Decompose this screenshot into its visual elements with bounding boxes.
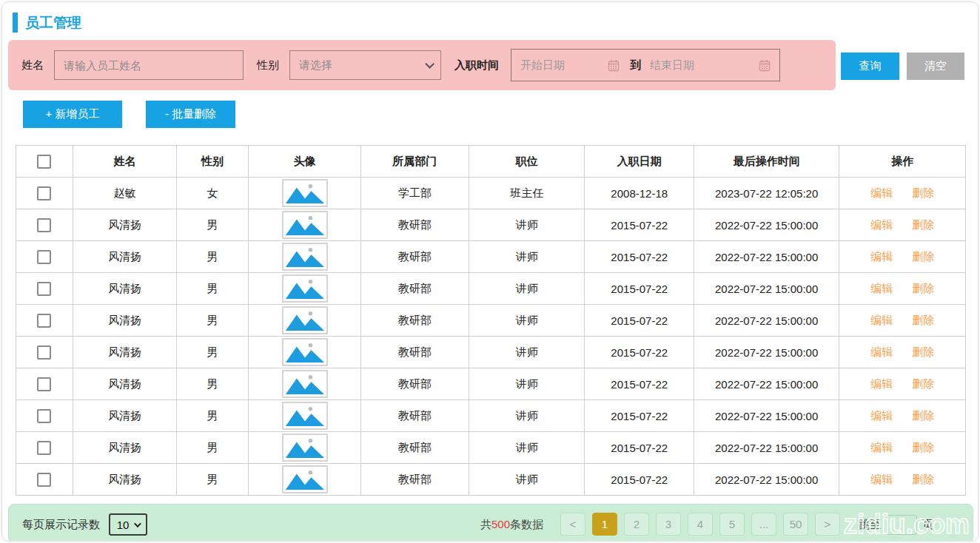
page-title: 员工管理 [25, 13, 81, 33]
cell-position: 讲师 [469, 209, 585, 241]
delete-link[interactable]: 删除 [912, 218, 934, 231]
column-header: 所属部门 [360, 146, 469, 178]
ellipsis-page-button[interactable]: ... [751, 513, 776, 536]
edit-link[interactable]: 编辑 [870, 377, 893, 390]
edit-link[interactable]: 编辑 [870, 473, 893, 485]
cell-last-op-time: 2022-07-22 15:00:00 [694, 241, 839, 273]
delete-link[interactable]: 删除 [912, 282, 934, 294]
end-date-placeholder: 结束日期 [650, 58, 694, 72]
table-row: 风清扬 男 教研部 讲师 2015-07-22 2022-07-22 15:00… [16, 241, 966, 273]
delete-link[interactable]: 删除 [912, 345, 934, 358]
row-checkbox[interactable] [37, 345, 51, 360]
page-button-50[interactable]: 50 [783, 513, 808, 536]
hire-date-label: 入职时间 [454, 58, 499, 72]
cell-last-op-time: 2022-07-22 15:00:00 [694, 337, 839, 368]
avatar-image [282, 465, 328, 493]
row-checkbox[interactable] [37, 282, 51, 296]
jump-page-input[interactable] [886, 515, 917, 535]
delete-link[interactable]: 删除 [912, 377, 934, 390]
cell-employee-name: 风清扬 [73, 305, 176, 337]
cell-hire-date: 2015-07-22 [585, 432, 694, 464]
row-checkbox[interactable] [37, 377, 51, 391]
row-checkbox[interactable] [37, 218, 51, 232]
table-row: 风清扬 男 教研部 讲师 2015-07-22 2022-07-22 15:00… [16, 432, 966, 464]
edit-link[interactable]: 编辑 [870, 186, 893, 199]
cell-position: 讲师 [469, 305, 585, 337]
row-checkbox[interactable] [37, 250, 51, 264]
row-checkbox[interactable] [37, 186, 51, 200]
delete-link[interactable]: 删除 [912, 314, 934, 326]
image-placeholder-icon [285, 309, 325, 331]
edit-link[interactable]: 编辑 [870, 345, 893, 358]
edit-link[interactable]: 编辑 [870, 441, 893, 453]
cell-gender: 男 [176, 464, 249, 496]
image-placeholder-icon [285, 246, 325, 268]
delete-link[interactable]: 删除 [912, 250, 934, 263]
hire-date-range-picker[interactable]: 开始日期 到 结束日期 [511, 49, 780, 81]
cell-department: 教研部 [360, 400, 469, 432]
cell-department: 教研部 [360, 432, 469, 464]
image-placeholder-icon [285, 405, 325, 427]
delete-link[interactable]: 删除 [912, 409, 934, 422]
gender-select[interactable]: 请选择 [289, 50, 441, 80]
total-count: 500 [491, 518, 510, 530]
cell-employee-name: 风清扬 [73, 464, 176, 496]
next-page-button[interactable]: > [815, 513, 840, 536]
avatar-image [282, 243, 328, 271]
page-button-2[interactable]: 2 [624, 513, 649, 536]
add-employee-button[interactable]: + 新增员工 [23, 101, 122, 128]
row-checkbox[interactable] [37, 473, 51, 487]
cell-hire-date: 2015-07-22 [585, 368, 694, 400]
column-header: 头像 [249, 146, 360, 178]
select-all-checkbox[interactable] [37, 155, 51, 169]
prev-page-button[interactable]: < [560, 513, 585, 536]
cell-department: 教研部 [360, 273, 469, 305]
edit-link[interactable]: 编辑 [870, 282, 893, 294]
row-checkbox[interactable] [37, 409, 51, 423]
total-suffix: 条数据 [510, 518, 543, 530]
edit-link[interactable]: 编辑 [870, 409, 893, 422]
per-page-select[interactable]: 10 [109, 513, 147, 536]
avatar-image [282, 306, 328, 334]
date-range-to-label: 到 [630, 58, 641, 72]
column-header: 入职日期 [585, 146, 694, 178]
edit-link[interactable]: 编辑 [870, 314, 893, 326]
image-placeholder-icon [285, 373, 325, 395]
page-button-4[interactable]: 4 [688, 513, 713, 536]
delete-link[interactable]: 删除 [912, 441, 934, 453]
cell-gender: 男 [176, 209, 249, 241]
table-header-row: 姓名性别头像所属部门职位入职日期最后操作时间操作 [16, 146, 966, 178]
table-row: 风清扬 男 教研部 讲师 2015-07-22 2022-07-22 15:00… [16, 209, 966, 241]
total-records-text: 共500条数据 [480, 518, 543, 532]
row-checkbox[interactable] [37, 441, 51, 455]
delete-link[interactable]: 删除 [912, 186, 934, 199]
table-row: 风清扬 男 教研部 讲师 2015-07-22 2022-07-22 15:00… [16, 368, 966, 400]
page-button-1[interactable]: 1 [592, 513, 617, 536]
cell-department: 教研部 [360, 241, 469, 273]
cell-position: 讲师 [469, 432, 585, 464]
image-placeholder-icon [285, 341, 325, 363]
row-checkbox[interactable] [37, 314, 51, 328]
cell-employee-name: 风清扬 [73, 432, 176, 464]
batch-delete-button[interactable]: - 批量删除 [146, 101, 235, 128]
edit-link[interactable]: 编辑 [870, 218, 893, 231]
clear-button[interactable]: 清空 [907, 53, 964, 80]
avatar-image [282, 402, 328, 430]
table-row: 风清扬 男 教研部 讲师 2015-07-22 2022-07-22 15:00… [16, 273, 966, 305]
table-row: 赵敏 女 学工部 班主任 2008-12-18 2023-07-22 12:05… [16, 178, 966, 209]
cell-position: 讲师 [469, 337, 585, 368]
page-button-5[interactable]: 5 [719, 513, 745, 536]
avatar-image [282, 274, 328, 303]
cell-hire-date: 2015-07-22 [585, 273, 694, 305]
column-header: 操作 [839, 146, 966, 178]
cell-position: 讲师 [469, 273, 585, 305]
edit-link[interactable]: 编辑 [870, 250, 893, 263]
gender-label: 性别 [257, 58, 279, 72]
chevron-down-icon [425, 59, 434, 69]
page-button-3[interactable]: 3 [656, 513, 681, 536]
query-button[interactable]: 查询 [841, 53, 899, 80]
delete-link[interactable]: 删除 [912, 473, 934, 485]
avatar-image [282, 179, 328, 207]
cell-position: 班主任 [469, 178, 585, 209]
employee-name-input[interactable] [54, 50, 244, 80]
